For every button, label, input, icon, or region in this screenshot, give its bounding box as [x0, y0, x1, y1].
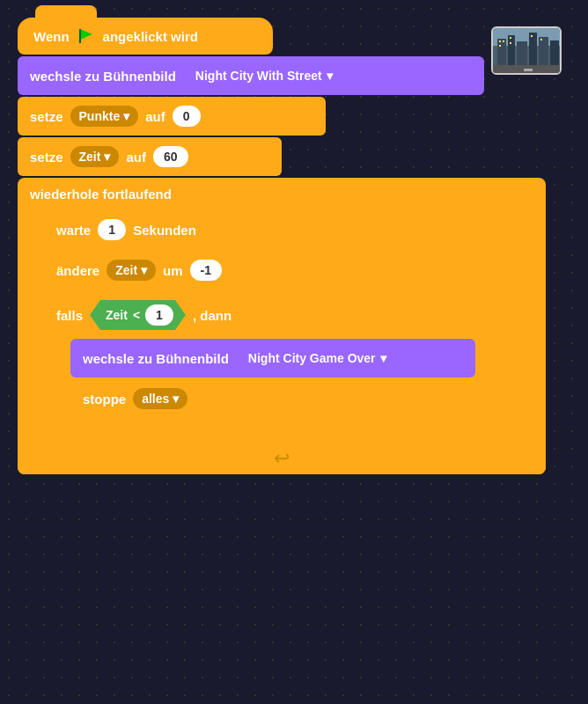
backdrop2-prefix: wechsle zu Bühnenbild: [83, 351, 229, 366]
wait-value[interactable]: 1: [98, 219, 126, 240]
points-arrow: ▾: [123, 109, 129, 123]
if-block[interactable]: falls Zeit < 1 , dann wechsle zu Bühnenb…: [44, 291, 511, 439]
svg-rect-17: [531, 35, 533, 37]
wait-block[interactable]: warte 1 Sekunden: [44, 210, 290, 249]
svg-rect-9: [550, 40, 559, 65]
svg-rect-14: [499, 45, 501, 47]
set-time-middle: auf: [126, 150, 146, 165]
svg-rect-4: [497, 39, 506, 65]
svg-rect-15: [510, 37, 511, 39]
wait-suffix: Sekunden: [133, 223, 196, 238]
backdrop2-arrow: ▾: [380, 351, 386, 365]
time-arrow: ▾: [104, 150, 110, 164]
time-label: Zeit: [79, 150, 101, 164]
set-time-prefix: setze: [30, 150, 63, 165]
change-time-var: Zeit: [115, 263, 137, 277]
svg-rect-16: [510, 42, 511, 44]
backdrop1-value: Night City With Street: [195, 69, 322, 83]
condition-threshold[interactable]: 1: [145, 304, 173, 326]
change-time-middle: um: [163, 263, 183, 278]
change-time-dropdown[interactable]: Zeit ▾: [107, 260, 156, 281]
backdrop2-block[interactable]: wechsle zu Bühnenbild Night City Game Ov…: [70, 339, 475, 378]
time-value[interactable]: 60: [153, 146, 188, 167]
hat-block[interactable]: Wenn angeklickt wird: [18, 18, 273, 55]
change-time-prefix: ändere: [56, 263, 99, 278]
scene-thumbnail[interactable]: [491, 26, 562, 75]
green-flag-icon: [77, 26, 96, 46]
backdrop1-block[interactable]: wechsle zu Bühnenbild Night City With St…: [18, 56, 484, 95]
stop-arrow: ▾: [173, 392, 179, 406]
change-time-block[interactable]: ändere Zeit ▾ um -1: [44, 251, 299, 290]
loop-block[interactable]: wiederhole fortlaufend warte 1 Sekunden …: [18, 178, 546, 474]
svg-rect-8: [539, 37, 548, 65]
change-time-value[interactable]: -1: [190, 260, 222, 281]
svg-rect-6: [517, 41, 527, 65]
points-dropdown[interactable]: Punkte ▾: [70, 106, 139, 127]
if-condition[interactable]: Zeit < 1: [90, 300, 186, 330]
set-time-block[interactable]: setze Zeit ▾ auf 60: [18, 137, 282, 176]
svg-rect-1: [79, 29, 81, 43]
backdrop1-arrow: ▾: [327, 69, 333, 83]
set-points-block[interactable]: setze Punkte ▾ auf 0: [18, 97, 326, 136]
svg-rect-5: [508, 35, 515, 65]
stop-prefix: stoppe: [83, 392, 126, 407]
svg-rect-18: [540, 39, 542, 40]
hat-suffix: angeklickt wird: [103, 29, 198, 44]
points-value[interactable]: 0: [173, 106, 201, 127]
points-label: Punkte: [79, 109, 121, 123]
svg-rect-13: [503, 40, 504, 42]
svg-marker-0: [80, 29, 92, 40]
loop-label: wiederhole fortlaufend: [30, 187, 172, 202]
condition-operator: <: [133, 308, 140, 322]
set-points-prefix: setze: [30, 109, 63, 124]
change-time-arrow: ▾: [141, 263, 147, 277]
backdrop1-prefix: wechsle zu Bühnenbild: [30, 69, 176, 84]
set-points-middle: auf: [145, 109, 165, 124]
loop-header: wiederhole fortlaufend: [18, 178, 546, 210]
wait-prefix: warte: [56, 223, 91, 238]
hat-label: Wenn: [33, 29, 70, 44]
svg-rect-7: [529, 33, 537, 65]
condition-variable: Zeit: [106, 308, 128, 322]
svg-rect-12: [499, 40, 501, 42]
stop-value: alles: [142, 392, 169, 406]
stop-dropdown[interactable]: alles ▾: [133, 388, 187, 409]
if-header: falls Zeit < 1 , dann: [44, 291, 511, 339]
svg-rect-11: [524, 69, 533, 71]
backdrop2-dropdown[interactable]: Night City Game Over ▾: [236, 347, 399, 370]
backdrop1-dropdown[interactable]: Night City With Street ▾: [183, 64, 345, 87]
loop-arrow-icon: ↩: [274, 447, 290, 470]
if-suffix: , dann: [193, 308, 232, 323]
time-dropdown[interactable]: Zeit ▾: [70, 146, 120, 167]
if-prefix: falls: [56, 308, 83, 323]
stop-block[interactable]: stoppe alles ▾: [70, 379, 246, 418]
backdrop2-value: Night City Game Over: [248, 351, 376, 365]
